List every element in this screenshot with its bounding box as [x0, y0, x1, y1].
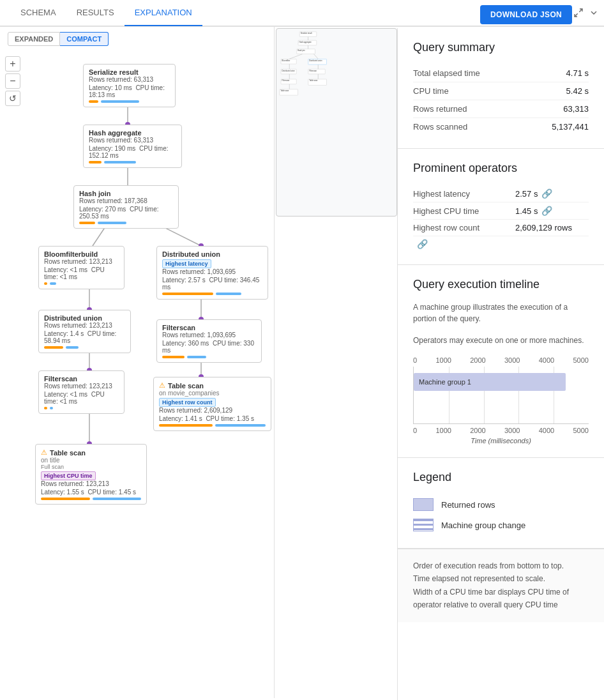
timeline-title: Query execution timeline [413, 278, 589, 291]
mini-map[interactable]: Serialize result Hash aggregate Hash joi… [276, 29, 331, 113]
row-count-link-icon[interactable]: 🔗 [417, 239, 428, 249]
timeline-section: Query execution timeline A machine group… [398, 265, 604, 458]
node-bloom-filter[interactable]: Bloomfilterbuild Rows returned: 123,213 … [38, 246, 125, 289]
main-layout: EXPANDED COMPACT + − ↺ [0, 27, 604, 698]
query-summary-title: Query summary [413, 41, 589, 54]
legend-swatch-group [413, 519, 434, 531]
footer-note-2: Time elapsed not represented to scale. [413, 572, 589, 585]
warning-icon-movie: ⚠ [159, 381, 165, 390]
op-highest-row-count: Highest row count 2,609,129 rows [413, 220, 589, 236]
prominent-operators-section: Prominent operators Highest latency 2.57… [398, 149, 604, 265]
legend-machine-group-label: Machine group change [441, 521, 525, 530]
node-filterscan-2[interactable]: Filterscan Rows returned: 123,213 Latenc… [38, 370, 125, 414]
fullscreen-button[interactable] [571, 5, 586, 20]
legend-title: Legend [413, 471, 589, 484]
timeline-desc1: A machine group illustrates the executio… [413, 301, 589, 324]
tab-results[interactable]: RESULTS [66, 0, 125, 26]
node-filterscan-1[interactable]: Filterscan Rows returned: 1,093,695 Late… [156, 319, 262, 363]
footer-note-1: Order of execution reads from bottom to … [413, 559, 589, 572]
zoom-reset-button[interactable]: ↺ [5, 91, 20, 106]
summary-rows-returned: Rows returned 63,313 [413, 100, 589, 118]
svg-line-1 [575, 13, 578, 17]
node-hash-join[interactable]: Hash join Rows returned: 187,368 Latency… [73, 185, 179, 229]
timeline-desc2: Operators may execute on one or more mac… [413, 335, 589, 346]
compact-toggle[interactable]: COMPACT [60, 32, 109, 46]
legend-swatch-rows [413, 498, 434, 511]
expanded-toggle[interactable]: EXPANDED [8, 32, 60, 46]
summary-elapsed: Total elapsed time 4.71 s [413, 65, 589, 82]
zoom-out-button[interactable]: − [5, 73, 20, 89]
left-panel: EXPANDED COMPACT + − ↺ [0, 27, 275, 698]
zoom-in-button[interactable]: + [5, 56, 20, 72]
legend-returned-rows-label: Returned rows [441, 500, 495, 510]
prominent-operators-title: Prominent operators [413, 162, 589, 175]
graph-area[interactable]: + − ↺ [0, 51, 274, 698]
collapse-button[interactable] [586, 5, 601, 20]
legend-machine-group: Machine group change [413, 515, 589, 535]
graph-container: Serialize result Rows returned: 63,313 L… [29, 57, 274, 543]
legend-returned-rows: Returned rows [413, 494, 589, 515]
latency-link-icon[interactable]: 🔗 [541, 188, 552, 199]
tab-explanation[interactable]: EXPLANATION [125, 0, 202, 26]
right-panel: Query summary Total elapsed time 4.71 s … [397, 28, 604, 700]
node-hash-aggregate[interactable]: Hash aggregate Rows returned: 63,313 Lat… [83, 125, 182, 168]
cpu-link-icon[interactable]: 🔗 [541, 206, 552, 216]
highest-cpu-badge: Highest CPU time [41, 471, 96, 480]
download-json-button[interactable]: DOWNLOAD JSON [480, 5, 572, 24]
op-highest-latency: Highest latency 2.57 s 🔗 [413, 185, 589, 202]
footer-notes: Order of execution reads from bottom to … [398, 549, 604, 622]
node-table-scan-title[interactable]: ⚠ Table scan on title Full scan Highest … [35, 444, 147, 505]
svg-line-22 [289, 54, 302, 59]
summary-rows-scanned: Rows scanned 5,137,441 [413, 118, 589, 135]
summary-cpu: CPU time 5.42 s [413, 82, 589, 100]
machine-group-label: Machine group 1 [419, 378, 471, 386]
timeline-x-label: Time (milliseconds) [413, 437, 589, 445]
svg-line-23 [314, 54, 319, 59]
query-summary-section: Query summary Total elapsed time 4.71 s … [398, 28, 604, 149]
op-highest-cpu: Highest CPU time 1.45 s 🔗 [413, 202, 589, 220]
svg-line-0 [579, 9, 582, 12]
node-dist-union-2[interactable]: Distributed union Rows returned: 123,213… [38, 310, 131, 353]
legend-section: Legend Returned rows Machine group chang… [398, 458, 604, 549]
highest-latency-badge: Highest latency [162, 259, 211, 268]
warning-icon-title: ⚠ [41, 448, 47, 457]
header-tabs: SCHEMA RESULTS EXPLANATION DOWNLOAD JSON [0, 0, 604, 26]
highest-row-count-badge: Highest row count [159, 398, 216, 407]
tab-schema[interactable]: SCHEMA [10, 0, 66, 26]
node-table-scan-movie[interactable]: ⚠ Table scan on movie_companies Highest … [153, 377, 271, 431]
view-toggle: EXPANDED COMPACT [0, 27, 274, 51]
node-dist-union-1[interactable]: Distributed union Highest latency Rows r… [156, 246, 268, 300]
node-serialize[interactable]: Serialize result Rows returned: 63,313 L… [83, 64, 176, 107]
footer-note-3: Width of a CPU time bar displays CPU tim… [413, 586, 589, 612]
